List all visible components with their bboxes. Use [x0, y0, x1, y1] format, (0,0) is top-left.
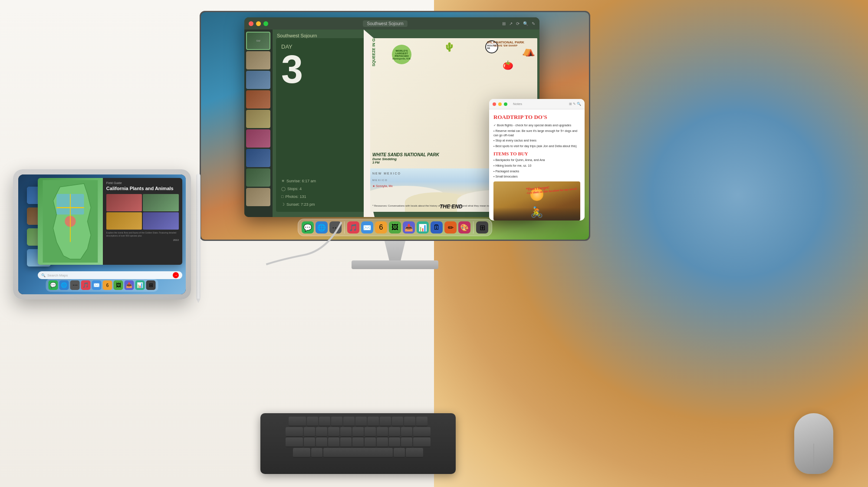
key-z[interactable] — [304, 438, 315, 447]
key-n[interactable] — [365, 438, 376, 447]
usb-cable — [256, 213, 352, 269]
maps-search-button[interactable]: → — [173, 272, 179, 278]
fg-right-panel: Field Guide California Plants and Animal… — [103, 178, 182, 265]
key-h[interactable] — [365, 427, 376, 437]
ipad-dock-safari[interactable]: 🌐 — [59, 280, 69, 290]
freeform-tab[interactable]: Southwest Sojourn — [363, 20, 408, 27]
key-opt-r[interactable] — [394, 448, 405, 457]
notes-fullscreen[interactable] — [504, 102, 507, 106]
sidebar-thumb-4[interactable] — [246, 90, 270, 109]
minimize-button[interactable] — [256, 21, 261, 26]
sidebar-thumb-8[interactable] — [246, 168, 270, 187]
key-l[interactable] — [401, 427, 412, 437]
dock-calendar2[interactable]: 🗓 — [431, 221, 443, 234]
key-e[interactable] — [331, 417, 342, 426]
freeform-sidebar: SW — [244, 30, 273, 217]
sidebar-thumb-3[interactable] — [246, 71, 270, 89]
key-k[interactable] — [389, 427, 400, 437]
key-x[interactable] — [316, 438, 327, 447]
key-shift-r[interactable] — [413, 438, 431, 447]
key-shift-l[interactable] — [286, 438, 303, 447]
dock-mail[interactable]: ✉️ — [361, 221, 373, 234]
key-c[interactable] — [328, 438, 339, 447]
dock-freeform[interactable]: 🎨 — [458, 221, 470, 234]
key-i[interactable] — [392, 417, 403, 426]
key-cmd-l[interactable] — [293, 448, 310, 457]
ipad-dock-photos[interactable]: 🖼 — [114, 280, 123, 290]
key-r[interactable] — [343, 417, 355, 426]
notes-close[interactable] — [493, 102, 496, 106]
key-opt-l[interactable] — [311, 448, 322, 457]
notes-title: ROADTRIP TO DO'S — [493, 114, 580, 121]
sunset-value: Sunset: 7:23 pm — [286, 202, 315, 207]
key-u[interactable] — [380, 417, 391, 426]
white-sands-label: WHITE SANDS NATIONAL PARK Dune Sledding … — [372, 152, 439, 164]
ipad-dock-numbers[interactable]: 📊 — [135, 280, 145, 290]
maps-search-bar[interactable]: 🔍 Search Maps → — [38, 271, 182, 279]
magic-mouse[interactable] — [794, 413, 833, 474]
dock-reminders[interactable]: 📥 — [403, 221, 415, 234]
cyclist-silhouette: 🚴 — [530, 206, 543, 218]
key-s[interactable] — [316, 427, 327, 437]
key-cmd-r[interactable] — [406, 448, 423, 457]
key-j[interactable] — [377, 427, 388, 437]
fg-map — [38, 178, 103, 265]
ipad-body: Field Guide California Plants and Animal… — [13, 169, 191, 299]
ipad-dock-mail[interactable]: ✉️ — [92, 280, 102, 290]
key-q[interactable] — [307, 417, 318, 426]
macos-desktop: Southwest Sojourn ⊞ ↗ ⟳ 🔍 ✎ — [201, 12, 589, 240]
key-v[interactable] — [340, 438, 352, 447]
key-f[interactable] — [340, 427, 352, 437]
dock-calendar[interactable]: 6 — [375, 221, 387, 234]
notes-content: ROADTRIP TO DO'S ✓ Book flights - check … — [489, 109, 585, 220]
ipad-dock-messages[interactable]: 💬 — [49, 280, 58, 290]
new-mexico-label: NEW MEXICO — [372, 172, 401, 175]
key-d[interactable] — [328, 427, 339, 437]
notes-window[interactable]: Notes ⊞ ✎ 🔍 ROADTRIP TO DO'S ✓ Book flig… — [489, 99, 585, 220]
gila-label: GILA NATIONAL PARK LEAVE 'EM SHARP — [487, 40, 524, 47]
notes-minimize[interactable] — [498, 102, 502, 106]
key-y[interactable] — [368, 417, 379, 426]
dock-keynote[interactable]: ✏ — [444, 221, 457, 234]
sidebar-thumb-5[interactable] — [246, 110, 270, 128]
field-guide-window[interactable]: Field Guide California Plants and Animal… — [38, 178, 182, 265]
key-g[interactable] — [352, 427, 364, 437]
key-b[interactable] — [352, 438, 364, 447]
fg-cell-butterfly — [106, 194, 142, 211]
keyboard-row-4 — [264, 448, 452, 457]
key-m[interactable] — [377, 438, 388, 447]
key-p[interactable] — [416, 417, 427, 426]
key-period[interactable] — [401, 438, 412, 447]
close-button[interactable] — [249, 21, 253, 26]
sidebar-thumb-7[interactable] — [246, 149, 270, 167]
key-comma[interactable] — [389, 438, 400, 447]
worlds-largest-label: WORLD'S LARGEST PISTACHIO — [392, 49, 411, 57]
apple-pencil — [196, 174, 201, 299]
ipad-dock-music[interactable]: 🎵 — [81, 280, 91, 290]
dock-launchpad[interactable]: ⊞ — [476, 221, 488, 234]
sidebar-thumb-1[interactable]: SW — [246, 32, 270, 50]
key-w[interactable] — [319, 417, 330, 426]
ipad-dock-reminders[interactable]: 📥 — [125, 280, 134, 290]
ipad-dock-calendar[interactable]: 6 — [103, 280, 112, 290]
key-caps[interactable] — [286, 427, 303, 437]
sidebar-thumb-6[interactable] — [246, 129, 270, 148]
sunset-stat: ☽ Sunset: 7:23 pm — [281, 202, 362, 207]
key-o[interactable] — [404, 417, 415, 426]
ipad-dock-more[interactable]: ⋯ — [70, 280, 80, 290]
stops-value: Stops: 4 — [287, 187, 302, 191]
key-return[interactable] — [413, 427, 431, 437]
sunrise-stat: ☀ Sunrise: 6:17 am — [281, 179, 362, 183]
key-a[interactable] — [304, 427, 315, 437]
mexico-label: MEXICO — [372, 179, 388, 181]
sidebar-thumb-2[interactable] — [246, 51, 270, 69]
fullscreen-button[interactable] — [263, 21, 268, 26]
key-space[interactable] — [323, 448, 393, 457]
ipad-dock: 💬 🌐 ⋯ 🎵 ✉️ 6 🖼 📥 📊 ⊞ — [46, 279, 158, 292]
dock-photos[interactable]: 🖼 — [389, 221, 401, 234]
dock-numbers[interactable]: 📊 — [417, 221, 429, 234]
sidebar-thumb-9[interactable] — [246, 188, 270, 206]
key-tab[interactable] — [289, 417, 306, 426]
ipad-dock-launchpad[interactable]: ⊞ — [146, 280, 156, 290]
key-t[interactable] — [355, 417, 367, 426]
